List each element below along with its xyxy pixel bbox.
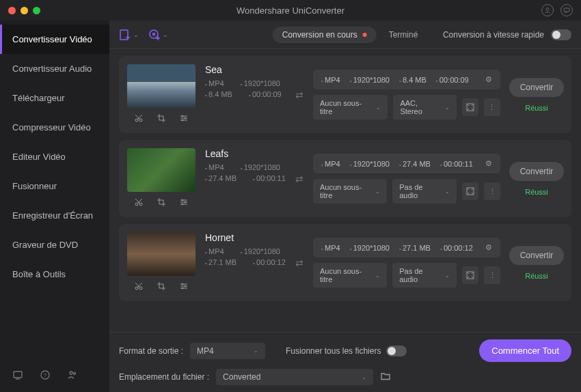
add-disc-button[interactable]: ⌄	[148, 29, 168, 41]
in-format: MP4	[205, 79, 224, 87]
expand-icon[interactable]	[462, 266, 478, 284]
expand-icon[interactable]	[462, 98, 478, 116]
svg-rect-8	[120, 30, 128, 40]
more-icon[interactable]: ⋮	[484, 98, 500, 116]
in-resolution: 1920*1080	[241, 163, 280, 171]
video-thumbnail[interactable]	[127, 64, 195, 108]
in-format: MP4	[205, 247, 224, 255]
start-all-button[interactable]: Commencer Tout	[479, 339, 571, 362]
effects-icon[interactable]	[179, 197, 189, 209]
sidebar-item-7[interactable]: Graveur de DVD	[0, 230, 109, 260]
audio-select[interactable]: AAC, Stereo⌄	[393, 95, 456, 120]
svg-point-22	[182, 115, 183, 117]
feedback-icon[interactable]	[560, 4, 573, 16]
help-icon[interactable]: ?	[40, 369, 51, 382]
output-format-label: Format de sortie :	[119, 346, 183, 356]
convert-button[interactable]: Convertir	[509, 162, 565, 181]
swap-icon: ⇄	[295, 232, 303, 293]
location-select[interactable]: Converted⌄	[216, 369, 373, 385]
account-icon[interactable]	[541, 4, 554, 16]
svg-point-33	[182, 199, 183, 201]
expand-icon[interactable]	[462, 182, 478, 200]
effects-icon[interactable]	[179, 281, 189, 293]
in-duration: 00:00:09	[249, 90, 282, 98]
svg-point-23	[185, 117, 186, 119]
tab-done[interactable]: Terminé	[389, 30, 418, 40]
sidebar-item-1[interactable]: Convertisseur Audio	[0, 54, 109, 83]
sidebar-item-8[interactable]: Boîte à Outils	[0, 260, 109, 289]
audio-select[interactable]: Pas de audio⌄	[392, 263, 457, 288]
video-thumbnail[interactable]	[127, 148, 195, 192]
tutorial-icon[interactable]	[12, 369, 23, 382]
video-list: Sea MP4 1920*1080 8.4 MB 00:00:09 ⇄ MP4 …	[109, 49, 581, 332]
swap-icon: ⇄	[295, 148, 303, 209]
output-format-select[interactable]: MP4⌄	[190, 343, 265, 359]
add-file-button[interactable]: ⌄	[119, 29, 139, 41]
video-card: Sea MP4 1920*1080 8.4 MB 00:00:09 ⇄ MP4 …	[119, 56, 571, 133]
tab-converting[interactable]: Conversion en cours	[273, 27, 377, 43]
minimize-window[interactable]	[21, 7, 28, 14]
settings-icon[interactable]: ⚙	[485, 75, 492, 84]
status-success: Réussi	[525, 188, 548, 196]
crop-icon[interactable]	[157, 281, 166, 293]
maximize-window[interactable]	[33, 7, 40, 14]
open-folder-icon[interactable]	[380, 371, 391, 384]
footer: Format de sortie : MP4⌄ Fusionner tous l…	[109, 332, 581, 392]
out-duration: 00:00:11	[440, 160, 473, 168]
subtitle-select[interactable]: Aucun sous-titre⌄	[313, 95, 388, 120]
sidebar-item-0[interactable]: Convertisseur Vidéo	[0, 25, 109, 54]
settings-icon[interactable]: ⚙	[485, 159, 492, 168]
recording-dot-icon	[363, 33, 367, 37]
svg-point-0	[546, 8, 549, 11]
trim-icon[interactable]	[134, 281, 144, 293]
convert-button[interactable]: Convertir	[509, 246, 565, 265]
sidebar-item-4[interactable]: Editeur Vidéo	[0, 142, 109, 171]
convert-button[interactable]: Convertir	[509, 78, 565, 97]
more-icon[interactable]: ⋮	[484, 266, 500, 284]
merge-toggle[interactable]	[386, 346, 407, 356]
in-size: 8.4 MB	[205, 90, 232, 98]
trim-icon[interactable]	[134, 197, 144, 209]
contacts-icon[interactable]	[67, 369, 78, 382]
out-size: 27.4 MB	[399, 160, 431, 168]
in-duration: 00:00:11	[253, 174, 286, 182]
sidebar-item-3[interactable]: Compresseur Vidéo	[0, 113, 109, 142]
video-name: Leafs	[205, 148, 286, 159]
audio-select[interactable]: Pas de audio⌄	[392, 179, 457, 204]
crop-icon[interactable]	[157, 113, 166, 125]
svg-point-45	[185, 285, 186, 287]
sidebar-item-5[interactable]: Fusionneur	[0, 171, 109, 201]
out-duration: 00:00:09	[436, 76, 469, 84]
out-resolution: 1920*1080	[350, 244, 390, 252]
crop-icon[interactable]	[157, 197, 166, 209]
output-info: MP4 1920*1080 8.4 MB 00:00:09 ⚙	[313, 70, 500, 89]
close-window[interactable]	[8, 7, 16, 14]
effects-icon[interactable]	[179, 113, 189, 125]
video-card: Leafs MP4 1920*1080 27.4 MB 00:00:11 ⇄ M…	[119, 140, 571, 217]
subtitle-select[interactable]: Aucun sous-titre⌄	[313, 263, 387, 288]
svg-point-34	[185, 201, 186, 203]
output-info: MP4 1920*1080 27.4 MB 00:00:11 ⚙	[313, 154, 500, 173]
in-resolution: 1920*1080	[241, 79, 280, 87]
svg-point-46	[182, 288, 183, 289]
subtitle-select[interactable]: Aucun sous-titre⌄	[313, 179, 387, 204]
speed-toggle[interactable]	[551, 29, 571, 40]
svg-rect-1	[564, 8, 569, 12]
more-icon[interactable]: ⋮	[484, 182, 500, 200]
sidebar: Convertisseur VidéoConvertisseur AudioTé…	[0, 20, 109, 392]
out-format: MP4	[321, 76, 340, 84]
video-name: Sea	[205, 64, 286, 75]
svg-point-12	[153, 33, 155, 35]
trim-icon[interactable]	[134, 113, 144, 125]
in-size: 27.1 MB	[205, 258, 237, 266]
video-thumbnail[interactable]	[127, 232, 195, 276]
settings-icon[interactable]: ⚙	[485, 243, 492, 252]
sidebar-item-6[interactable]: Enregistreur d'Écran	[0, 201, 109, 230]
out-format: MP4	[321, 244, 340, 252]
sidebar-item-2[interactable]: Téléchargeur	[0, 83, 109, 113]
out-duration: 00:00:12	[440, 244, 473, 252]
out-size: 8.4 MB	[399, 76, 427, 84]
in-resolution: 1920*1080	[241, 247, 280, 255]
speed-label: Conversion à vitesse rapide	[443, 30, 544, 40]
svg-point-11	[150, 30, 158, 38]
